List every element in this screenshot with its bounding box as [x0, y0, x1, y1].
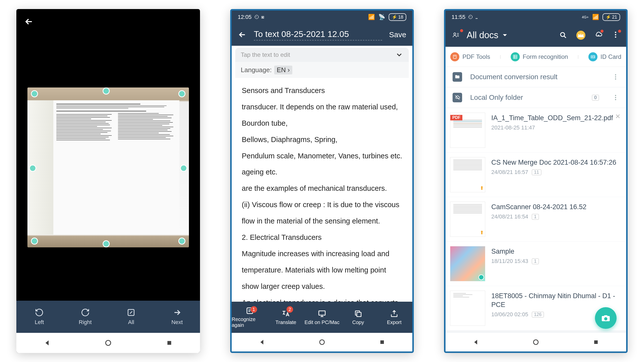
svg-rect-25	[594, 340, 598, 344]
folder-icon	[453, 72, 462, 82]
crop-handle[interactable]	[103, 240, 110, 247]
camera-fab[interactable]	[595, 307, 617, 329]
svg-rect-4	[319, 311, 325, 315]
doc-meta: 24/08/21 16:54	[491, 213, 528, 220]
signal-icon: 📶	[592, 14, 599, 20]
pdf-tools-button[interactable]: PDF Tools	[450, 52, 490, 61]
tools-row: PDF Tools | Form recognition | ID Card	[446, 47, 626, 67]
more-vert-icon[interactable]	[612, 73, 619, 80]
back-arrow-icon[interactable]	[24, 17, 34, 27]
svg-rect-13	[453, 55, 456, 58]
ocr-line: 2. Electrical Transducers	[242, 230, 402, 245]
tap-hint-bar[interactable]: Tap the text to edit	[235, 48, 409, 62]
page-count: 1	[532, 258, 539, 264]
svg-point-17	[592, 56, 593, 57]
ocr-line: An electrical transducer is a device tha…	[242, 295, 402, 302]
svg-point-8	[454, 33, 456, 35]
ocr-bottom-toolbar: 1 Recognize again 2 Translate Edit on PC…	[232, 302, 412, 333]
ocr-title[interactable]: To text 08-25-2021 12.05	[254, 29, 382, 40]
ocr-line: (ii) Viscous flow or creep : It is due t…	[242, 197, 402, 212]
nav-recent-icon[interactable]	[379, 339, 386, 346]
ocr-line: show larger creep values.	[242, 279, 402, 294]
folder-conversion[interactable]: Document conversion result	[446, 67, 626, 87]
doc-item[interactable]: ⬆ CS New Merge Doc 2021-08-24 16:57:26 2…	[446, 153, 626, 197]
svg-rect-5	[357, 312, 361, 316]
rotate-left-button[interactable]: Left	[16, 301, 62, 333]
folder-label: Document conversion result	[470, 73, 604, 81]
status-bar: 12:05 ⏲ ▣ 📶 📡 ⚡ 18	[232, 11, 412, 24]
nav-back-icon[interactable]	[258, 339, 265, 346]
translate-button[interactable]: 2 Translate	[268, 302, 304, 333]
svg-point-23	[615, 99, 616, 100]
select-all-label: All	[128, 319, 134, 326]
copy-button[interactable]: Copy	[340, 302, 376, 333]
premium-icon[interactable]	[576, 31, 585, 40]
back-arrow-icon[interactable]	[238, 30, 247, 39]
system-nav	[232, 333, 412, 351]
ocr-line: Magnitude increases with increasing load…	[242, 246, 402, 261]
select-all-button[interactable]: All	[108, 301, 154, 333]
crop-handle[interactable]	[178, 238, 185, 245]
rotate-right-label: Right	[79, 319, 92, 326]
svg-point-21	[615, 95, 616, 96]
nav-back-icon[interactable]	[472, 339, 479, 346]
recognize-again-button[interactable]: 1 Recognize again	[232, 302, 268, 333]
lang-label: Language:	[241, 66, 272, 74]
document-photo	[27, 87, 189, 247]
ocr-line: ageing etc.	[242, 164, 402, 180]
svg-point-24	[534, 340, 538, 345]
caret-down-icon	[501, 31, 509, 39]
next-label: Next	[171, 319, 183, 326]
svg-rect-15	[513, 55, 517, 58]
nav-recent-icon[interactable]	[592, 339, 599, 346]
search-icon[interactable]	[559, 31, 567, 39]
page-count: 126	[532, 312, 544, 318]
title-text: All docs	[467, 30, 498, 40]
svg-point-19	[615, 76, 616, 78]
crop-canvas[interactable]	[16, 34, 200, 301]
more-vert-icon[interactable]	[612, 94, 619, 101]
form-recognition-button[interactable]: Form recognition	[511, 52, 568, 61]
cloud-off-icon	[453, 93, 462, 102]
nav-recent-icon[interactable]	[166, 339, 173, 347]
next-button[interactable]: Next	[154, 301, 200, 333]
crop-handle[interactable]	[31, 90, 38, 97]
doc-meta: 10/06/20 02:05	[491, 311, 528, 318]
account-icon[interactable]	[452, 31, 460, 39]
nav-home-icon[interactable]	[104, 339, 112, 347]
nav-back-icon[interactable]	[43, 339, 51, 347]
doc-item[interactable]: ⬆ CamScanner 08-24-2021 16.52 24/08/21 1…	[446, 197, 626, 242]
page-count: 11	[532, 169, 541, 175]
docs-title-dropdown[interactable]: All docs	[467, 30, 553, 40]
edit-pc-button[interactable]: Edit on PC/Mac	[304, 302, 340, 333]
rotate-left-label: Left	[35, 319, 44, 326]
save-button[interactable]: Save	[389, 30, 406, 39]
doc-item[interactable]: PDF IA_1_Time_Table_ODD_Sem_21-22.pdf 20…	[446, 108, 626, 153]
rotate-right-button[interactable]: Right	[62, 301, 108, 333]
export-button[interactable]: Export	[376, 302, 412, 333]
doc-item[interactable]: Sample 18/11/20 15:431	[446, 242, 626, 286]
pdf-badge: PDF	[450, 115, 462, 120]
system-nav	[446, 333, 626, 351]
doc-thumb: ⬆	[450, 157, 485, 192]
svg-point-11	[615, 34, 616, 35]
ocr-text-area[interactable]: Sensors and Transducers transducer. It d…	[235, 78, 409, 302]
crop-toolbar: Left Right All Next	[16, 301, 200, 333]
id-card-button[interactable]: ID Card	[588, 52, 621, 61]
folder-local[interactable]: Local Only folder 0	[446, 87, 626, 108]
svg-point-10	[615, 32, 616, 33]
nav-home-icon[interactable]	[532, 339, 539, 346]
crop-handle[interactable]	[178, 90, 185, 97]
nav-home-icon[interactable]	[318, 339, 326, 346]
language-selector[interactable]: Language: EN ›	[235, 62, 409, 78]
crop-handle[interactable]	[103, 87, 110, 95]
ocr-line: Pendulum scale, Manometer, Vanes, turbin…	[242, 148, 402, 164]
docs-list[interactable]: PDF IA_1_Time_Table_ODD_Sem_21-22.pdf 20…	[446, 108, 626, 333]
signal-icon: 📶	[368, 14, 375, 20]
upload-icon: ⬆	[480, 230, 484, 236]
doc-thumb	[450, 291, 485, 326]
upload-icon: ⬆	[480, 185, 484, 191]
phone-crop-screen: Left Right All Next	[16, 9, 200, 353]
close-icon[interactable]: ✕	[615, 113, 621, 120]
doc-title: IA_1_Time_Table_ODD_Sem_21-22.pdf	[491, 114, 622, 122]
